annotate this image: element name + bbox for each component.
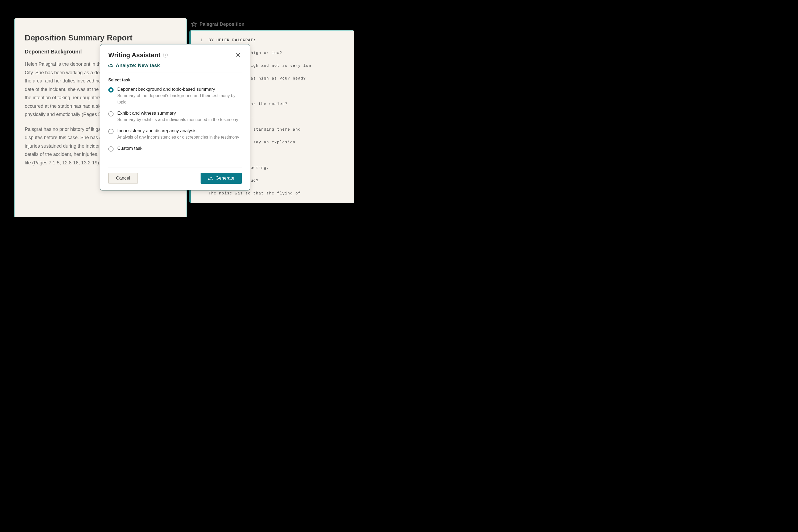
task-radio-group: Deponent background and topic-based summ… <box>108 87 242 152</box>
modal-subtitle-text: Analyze: New task <box>116 62 160 68</box>
section-label: Select task <box>108 78 242 82</box>
line-text: BY HELEN PALSGRAF: <box>209 38 348 42</box>
task-option[interactable]: Custom task <box>108 146 242 152</box>
line-text: The noise was so that the flying of <box>209 191 348 195</box>
analyze-icon <box>108 63 113 68</box>
radio-content: Inconsistency and discrepancy analysisAn… <box>117 128 242 140</box>
transcript-header: Palsgraf Deposition <box>189 21 354 27</box>
modal-subtitle: Analyze: New task <box>108 62 242 73</box>
svg-line-5 <box>112 66 113 67</box>
cancel-button[interactable]: Cancel <box>108 173 138 184</box>
radio-label: Custom task <box>117 146 242 151</box>
radio-description: Summary by exhibits and individuals ment… <box>117 116 242 123</box>
radio-description: Analysis of any inconsistencies or discr… <box>117 134 242 140</box>
radio-label: Exhibit and witness summary <box>117 111 242 116</box>
radio-icon <box>108 146 114 152</box>
radio-icon <box>108 129 114 134</box>
modal-footer: Cancel Generate <box>108 168 242 184</box>
radio-label: Deponent background and topic-based summ… <box>117 87 242 92</box>
radio-icon <box>108 87 114 93</box>
modal-title: Writing Assistant <box>108 51 160 59</box>
summary-title: Deposition Summary Report <box>25 33 176 42</box>
task-option[interactable]: Inconsistency and discrepancy analysisAn… <box>108 128 242 140</box>
radio-content: Custom task <box>117 146 242 151</box>
transcript-line: The noise was so that the flying of <box>197 191 348 195</box>
generate-label: Generate <box>215 175 234 181</box>
line-number <box>197 191 203 195</box>
line-number: 1 <box>197 38 203 42</box>
writing-assistant-modal: Writing Assistant i ✕ Analyze: New task … <box>100 44 250 190</box>
task-option[interactable]: Deponent background and topic-based summ… <box>108 87 242 105</box>
radio-content: Exhibit and witness summarySummary by ex… <box>117 111 242 123</box>
svg-line-10 <box>212 179 212 180</box>
svg-marker-0 <box>191 22 196 26</box>
task-option[interactable]: Exhibit and witness summarySummary by ex… <box>108 111 242 123</box>
info-icon[interactable]: i <box>163 53 168 57</box>
radio-content: Deponent background and topic-based summ… <box>117 87 242 105</box>
radio-description: Summary of the deponent's background and… <box>117 93 242 105</box>
radio-icon <box>108 111 114 116</box>
close-button[interactable]: ✕ <box>234 51 242 59</box>
generate-icon <box>208 176 213 180</box>
radio-label: Inconsistency and discrepancy analysis <box>117 128 242 134</box>
close-icon: ✕ <box>235 51 241 58</box>
transcript-title: Palsgraf Deposition <box>200 22 244 27</box>
star-icon[interactable] <box>191 21 197 27</box>
modal-header: Writing Assistant i ✕ <box>108 51 242 59</box>
generate-button[interactable]: Generate <box>201 173 242 184</box>
transcript-line: 1BY HELEN PALSGRAF: <box>197 38 348 42</box>
